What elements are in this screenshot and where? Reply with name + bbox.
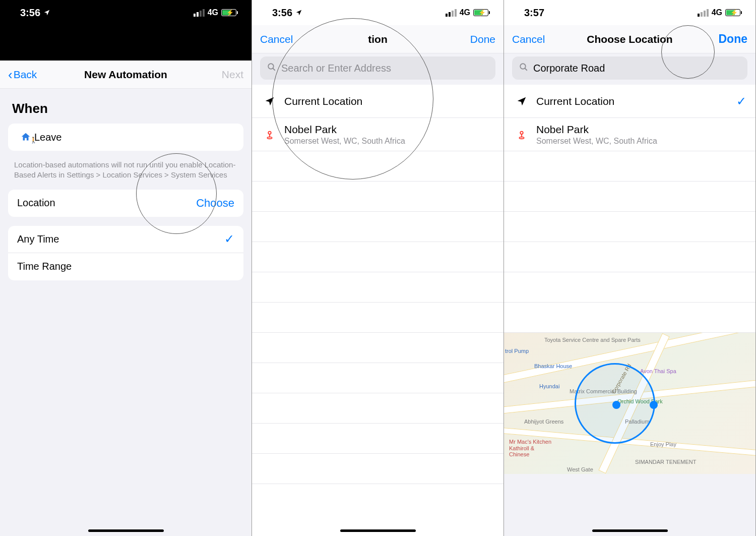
map-poi: Mr Mac's Kitchen Kathiroll & Chinese <box>509 439 554 458</box>
search-input[interactable] <box>533 63 740 74</box>
nav-title: New Automation <box>0 69 251 81</box>
location-suggestions-list: Current Location Nobel Park Somerset Wes… <box>252 85 503 536</box>
map-preview[interactable]: Toyota Service Centre and Spare Parts Bh… <box>504 333 755 474</box>
nav-bar: Cancel Choose Location Done <box>504 25 755 53</box>
back-button[interactable]: ‹ Back <box>8 68 37 81</box>
choose-button[interactable]: Choose <box>196 197 234 210</box>
search-icon <box>267 63 276 74</box>
row-leave-trigger[interactable]: 🚶 Leave <box>8 124 243 151</box>
location-arrow-icon <box>513 96 530 107</box>
list-item-current-location[interactable]: Current Location <box>252 85 503 118</box>
map-poi: West Gate <box>567 466 593 473</box>
battery-icon: ⚡ <box>221 9 236 16</box>
map-poi: Hyundai <box>539 383 559 390</box>
done-button[interactable]: Done <box>470 33 495 45</box>
list-item-empty <box>252 393 503 424</box>
screen-choose-location-map: 3:57 4G ⚡ Cancel Choose Location Done Cu… <box>504 0 756 536</box>
screen-new-automation: 3:56 4G ⚡ ‹ Back New Automation Next Whe… <box>0 0 252 536</box>
list-item-empty <box>252 242 503 272</box>
search-bar[interactable] <box>512 56 747 80</box>
row-leave-label: Leave <box>34 132 234 143</box>
location-arrow-icon <box>261 96 278 107</box>
home-indicator[interactable] <box>88 529 164 532</box>
geofence-radius-handle[interactable] <box>650 401 658 409</box>
list-item-current-location[interactable]: Current Location ✓ <box>504 85 755 118</box>
list-item-title: Nobel Park <box>284 124 494 136</box>
list-item-empty <box>504 303 755 333</box>
svg-point-6 <box>520 131 523 134</box>
battery-icon: ⚡ <box>473 9 488 16</box>
nav-bar: ‹ Back New Automation Next <box>0 61 251 89</box>
list-item-empty <box>504 182 755 212</box>
status-time: 3:56 <box>20 7 40 19</box>
list-item-subtitle: Somerset West, WC, South Africa <box>284 137 494 146</box>
svg-line-5 <box>525 68 527 71</box>
map-poi: trol Pump <box>505 348 529 354</box>
list-item-nobel-park[interactable]: Nobel Park Somerset West, WC, South Afri… <box>504 118 755 151</box>
svg-point-2 <box>268 131 271 134</box>
list-item-empty <box>252 363 503 393</box>
geofence-radius[interactable] <box>575 363 655 444</box>
list-item-empty <box>504 242 755 272</box>
map-poi: Avon Thai Spa <box>640 368 676 375</box>
home-indicator[interactable] <box>340 529 416 532</box>
list-item-empty <box>252 182 503 212</box>
list-item-empty <box>504 151 755 182</box>
row-location-label: Location <box>17 197 196 209</box>
row-anytime-label: Any Time <box>17 233 224 245</box>
svg-point-0 <box>268 64 274 69</box>
list-item-empty <box>252 424 503 454</box>
map-poi: Bhaskar House <box>534 363 572 370</box>
list-item-empty <box>252 272 503 303</box>
checkmark-icon: ✓ <box>736 94 746 108</box>
svg-point-3 <box>267 137 272 139</box>
home-indicator[interactable] <box>592 529 668 532</box>
map-poi: Abhijyot Greens <box>524 419 563 425</box>
map-pin-icon <box>261 129 278 140</box>
nav-bar: Cancel tion Done <box>252 25 503 53</box>
list-item-empty <box>252 151 503 182</box>
network-label: 4G <box>712 8 722 17</box>
network-label: 4G <box>460 8 470 17</box>
row-time-range[interactable]: Time Range <box>8 253 243 280</box>
list-item-title: Nobel Park <box>536 124 746 136</box>
section-header-when: When <box>0 89 251 124</box>
svg-point-7 <box>519 137 524 139</box>
location-services-icon <box>43 7 50 19</box>
screen-choose-location-search: 3:56 4G ⚡ Cancel tion Done Current Locat… <box>252 0 504 536</box>
signal-icon <box>194 9 205 17</box>
list-item-empty <box>504 272 755 303</box>
leave-home-icon: 🚶 <box>17 132 34 143</box>
signal-icon <box>698 9 709 17</box>
sheet-backdrop <box>0 25 251 61</box>
status-time: 3:57 <box>524 7 544 19</box>
list-item-nobel-park[interactable]: Nobel Park Somerset West, WC, South Afri… <box>252 118 503 151</box>
geofence-center-handle[interactable] <box>612 401 620 409</box>
row-any-time[interactable]: Any Time ✓ <box>8 226 243 253</box>
status-time: 3:56 <box>272 7 292 19</box>
map-pin-icon <box>513 129 530 140</box>
svg-point-4 <box>520 64 526 69</box>
list-item-empty <box>252 333 503 363</box>
list-item-empty <box>504 212 755 242</box>
status-bar: 3:56 4G ⚡ <box>0 0 251 25</box>
cancel-button[interactable]: Cancel <box>512 33 545 45</box>
done-button[interactable]: Done <box>719 32 748 46</box>
signal-icon <box>446 9 457 17</box>
status-bar: 3:56 4G ⚡ <box>252 0 503 25</box>
map-poi: Enjoy Play <box>650 441 676 448</box>
list-item-empty <box>252 212 503 242</box>
status-bar: 3:57 4G ⚡ <box>504 0 755 25</box>
chevron-left-icon: ‹ <box>8 68 13 81</box>
checkmark-icon: ✓ <box>224 232 234 246</box>
list-item-empty <box>252 303 503 333</box>
map-poi: SIMANDAR TENEMENT <box>635 459 696 465</box>
list-item-title: Current Location <box>536 95 736 107</box>
next-button[interactable]: Next <box>222 69 243 81</box>
row-location-choose[interactable]: Location Choose <box>8 190 243 217</box>
search-bar[interactable] <box>260 56 495 80</box>
list-item-empty <box>252 454 503 484</box>
cancel-button[interactable]: Cancel <box>260 33 293 45</box>
list-item-title: Current Location <box>284 95 494 107</box>
search-input[interactable] <box>281 63 488 74</box>
